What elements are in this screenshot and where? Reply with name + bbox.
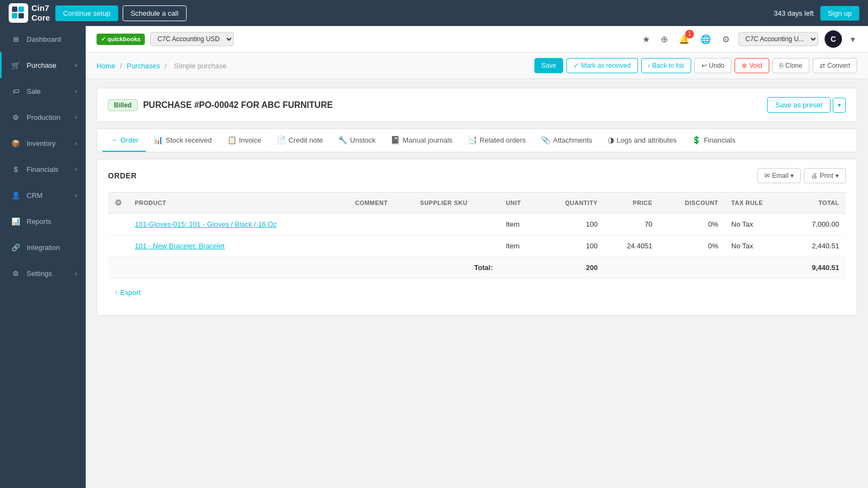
avatar-chevron[interactable]: ▾	[848, 32, 857, 47]
credit-note-tab-icon: 📄	[277, 136, 286, 144]
tab-attachments[interactable]: 📎 Attachments	[533, 129, 599, 152]
back-to-list-button[interactable]: ‹ Back to list	[641, 58, 691, 73]
sidebar-label-production: Production	[27, 113, 70, 121]
inventory-chevron: ›	[75, 140, 77, 146]
breadcrumb-current: Simple purchase	[174, 62, 227, 70]
email-button[interactable]: ✉ Email ▾	[757, 168, 801, 183]
row1-unit: Item	[500, 214, 539, 235]
subheader-right: ★ ⊕ 🔔 1 🌐 ⚙ C7C Accounting U... C ▾	[640, 30, 857, 48]
sidebar-label-purchase: Purchase	[27, 61, 70, 69]
row2-product-link[interactable]: 101 - New Bracelet: Bracelet	[135, 242, 225, 250]
print-button[interactable]: 🖨 Print ▾	[804, 168, 846, 183]
add-button[interactable]: ⊕	[659, 32, 670, 47]
financials-chevron: ›	[75, 166, 77, 172]
tab-related-orders-label: Related orders	[480, 136, 526, 144]
total-empty2	[348, 257, 413, 279]
email-chevron: ▾	[790, 172, 794, 179]
breadcrumb-purchases[interactable]: Purchases	[127, 62, 160, 70]
sidebar-item-settings[interactable]: ⚙ Settings ›	[0, 260, 86, 286]
breadcrumb-home[interactable]: Home	[97, 62, 116, 70]
tab-stock-received[interactable]: 📊 Stock received	[146, 129, 219, 152]
sidebar-item-reports[interactable]: 📊 Reports	[0, 208, 86, 234]
export-button[interactable]: ↑ Export	[114, 284, 141, 301]
breadcrumb: Home / Purchases / Simple purchase	[97, 62, 229, 70]
tab-manual-journals[interactable]: 📓 Manual journals	[383, 129, 460, 152]
clone-button[interactable]: ⎘ Clone	[773, 58, 809, 73]
tab-financials-label: Financials	[704, 136, 736, 144]
tab-related-orders[interactable]: 📑 Related orders	[460, 129, 533, 152]
save-button[interactable]: Save	[534, 58, 563, 73]
sidebar-item-integration[interactable]: 🔗 Integration	[0, 234, 86, 260]
notification-button[interactable]: 🔔 1	[676, 32, 692, 47]
reports-icon: 📊	[10, 216, 21, 227]
settings-icon: ⚙	[10, 268, 21, 279]
col-tax-rule: TAX RULE	[725, 192, 788, 214]
sidebar-item-purchase[interactable]: 🛒 Purchase ›	[0, 52, 86, 78]
row1-tax-rule: No Tax	[725, 214, 788, 235]
tab-unstock[interactable]: 🔧 Unstock	[330, 129, 383, 152]
sidebar-item-crm[interactable]: 👤 CRM ›	[0, 182, 86, 208]
col-quantity: QUANTITY	[539, 192, 604, 214]
globe-button[interactable]: 🌐	[698, 32, 713, 47]
total-gear	[108, 257, 129, 279]
void-icon: ⊗	[742, 62, 747, 69]
row2-product: 101 - New Bracelet: Bracelet	[129, 235, 349, 257]
row2-tax-rule: No Tax	[725, 235, 788, 257]
days-left: 343 days left	[774, 9, 814, 17]
preset-chevron-button[interactable]: ▾	[833, 98, 846, 113]
tab-logs[interactable]: ◑ Logs and attributes	[600, 129, 685, 152]
total-empty	[129, 257, 349, 279]
breadcrumb-sep1: /	[120, 62, 122, 70]
account-dropdown[interactable]: C7C Accounting U...	[738, 32, 818, 46]
topbar-buttons: Continue setup Schedule a call	[55, 5, 187, 21]
email-icon: ✉	[764, 172, 770, 179]
gear-icon[interactable]: ⚙	[114, 198, 122, 207]
qb-account-select[interactable]: C7C Accounting USD	[150, 32, 234, 46]
tab-credit-note[interactable]: 📄 Credit note	[269, 129, 331, 152]
tab-financials[interactable]: 💲 Financials	[684, 129, 743, 152]
action-buttons: Save ✓ Mark as received ‹ Back to list ↩…	[534, 58, 857, 73]
sidebar-item-production[interactable]: ⚙ Production ›	[0, 104, 86, 130]
row1-total: 7,000.00	[788, 214, 846, 235]
breadcrumb-sep2: /	[165, 62, 167, 70]
export-area: ↑ Export	[108, 278, 846, 306]
order-header: ORDER ✉ Email ▾ 🖨 Print ▾	[108, 168, 846, 183]
stock-received-tab-icon: 📊	[154, 136, 163, 144]
signup-button[interactable]: Sign up	[820, 6, 859, 21]
sidebar-item-inventory[interactable]: 📦 Inventory ›	[0, 130, 86, 156]
attachments-tab-icon: 📎	[541, 136, 550, 144]
tab-attachments-label: Attachments	[553, 136, 592, 144]
sidebar-label-sale: Sale	[27, 87, 70, 95]
save-preset-button[interactable]: Save as preset	[767, 97, 831, 113]
tab-invoice[interactable]: 📋 Invoice	[220, 129, 269, 152]
unstock-tab-icon: 🔧	[338, 136, 347, 144]
continue-setup-button[interactable]: Continue setup	[55, 5, 118, 21]
layout: ⊞ Dashboard 🛒 Purchase › 🏷 Sale › ⚙ Prod…	[0, 26, 868, 488]
col-comment: COMMENT	[348, 192, 413, 214]
dashboard-icon: ⊞	[10, 34, 21, 44]
schedule-call-button[interactable]: Schedule a call	[123, 5, 187, 21]
sidebar-item-dashboard[interactable]: ⊞ Dashboard	[0, 26, 86, 52]
tab-order[interactable]: → Order	[103, 129, 146, 152]
avatar[interactable]: C	[825, 30, 842, 48]
void-button[interactable]: ⊗ Void	[735, 58, 769, 73]
quickbooks-logo: ✓ quickbooks	[97, 34, 145, 45]
row1-gear	[108, 214, 129, 235]
mark-as-received-button[interactable]: ✓ Mark as received	[566, 58, 637, 73]
col-supplier-sku: SUPPLIER SKU	[413, 192, 499, 214]
sidebar-label-dashboard: Dashboard	[27, 35, 77, 43]
financials-icon: $	[10, 164, 21, 175]
email-label: Email	[772, 172, 788, 179]
settings-icon-button[interactable]: ⚙	[720, 32, 732, 47]
sidebar-item-sale[interactable]: 🏷 Sale ›	[0, 78, 86, 104]
row1-product-link[interactable]: 101-Gloves-015: 101 - Gloves / Black / 1…	[135, 220, 277, 228]
financials-tab-icon: 💲	[692, 136, 701, 144]
row2-comment	[348, 235, 413, 257]
sidebar-item-financials[interactable]: $ Financials ›	[0, 156, 86, 182]
tab-unstock-label: Unstock	[350, 136, 375, 144]
export-icon: ↑	[114, 288, 118, 297]
convert-button[interactable]: ⇄ Convert	[813, 58, 857, 73]
undo-button[interactable]: ↩ Undo	[694, 58, 732, 73]
col-discount: DISCOUNT	[659, 192, 725, 214]
star-button[interactable]: ★	[640, 32, 652, 47]
